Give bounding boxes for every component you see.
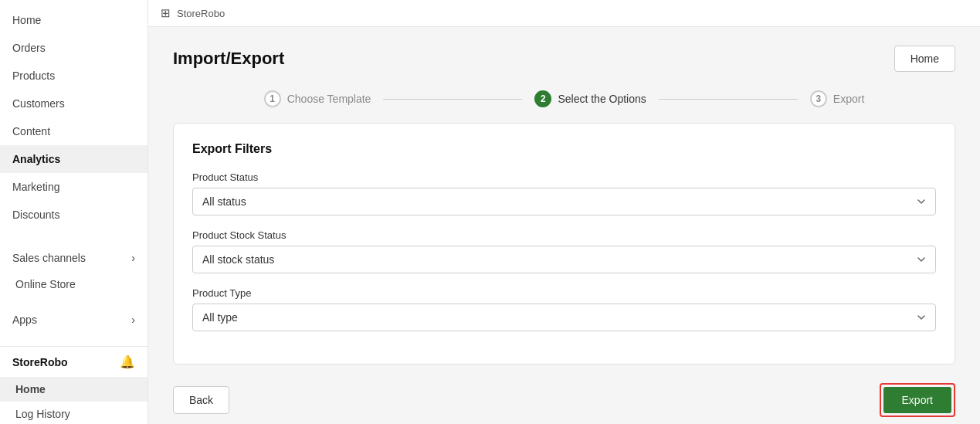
sidebar-item-online-store[interactable]: Online Store [0, 272, 148, 297]
sidebar-brand: StoreRobo 🔔 [0, 346, 148, 377]
home-button[interactable]: Home [894, 46, 955, 72]
page-title: Import/Export [173, 49, 284, 69]
export-filters-title: Export Filters [192, 142, 936, 156]
step-2-number: 2 [534, 90, 551, 107]
sidebar-sales-channels-label: Sales channels [12, 252, 86, 264]
export-button[interactable]: Export [883, 387, 951, 413]
sidebar-sales-channels[interactable]: Sales channels › [0, 244, 148, 272]
step-1-label: Choose Template [287, 93, 371, 105]
sidebar-apps-label: Apps [12, 314, 37, 326]
step-3: 3 Export [810, 90, 864, 107]
step-3-number: 3 [810, 90, 827, 107]
topbar-brand-name: StoreRobo [177, 8, 225, 19]
product-type-select[interactable]: All type Simple Variable [192, 304, 936, 331]
step-3-label: Export [833, 93, 864, 105]
sidebar-brand-label: StoreRobo [12, 356, 68, 368]
top-bar: ⊞ StoreRobo [148, 0, 980, 27]
steps-indicator: 1 Choose Template 2 Select the Options 3… [173, 90, 955, 107]
grid-icon: ⊞ [161, 6, 171, 20]
sidebar-item-customers[interactable]: Customers [0, 90, 148, 117]
product-status-select[interactable]: All status Active Draft Archived [192, 188, 936, 215]
step-1-number: 1 [264, 90, 281, 107]
export-button-highlight: Export [880, 383, 955, 417]
sidebar-item-marketing[interactable]: Marketing [0, 173, 148, 201]
content-area: Import/Export Home 1 Choose Template 2 S… [148, 27, 980, 424]
sidebar-item-storerobo-home[interactable]: Home [0, 377, 148, 402]
bell-icon[interactable]: 🔔 [120, 354, 135, 369]
product-stock-status-select[interactable]: All stock status In Stock Out of Stock [192, 246, 936, 273]
export-filters-card: Export Filters Product Status All status… [173, 123, 955, 365]
page-header: Import/Export Home [173, 46, 955, 72]
step-1: 1 Choose Template [264, 90, 371, 107]
sidebar-item-discounts[interactable]: Discounts [0, 201, 148, 229]
sidebar-item-analytics[interactable]: Analytics [0, 145, 148, 173]
step-2-label: Select the Options [558, 93, 646, 105]
step-connector-1 [383, 99, 522, 100]
product-type-field: Product Type All type Simple Variable [192, 287, 936, 331]
product-stock-status-label: Product Stock Status [192, 229, 936, 241]
product-status-field: Product Status All status Active Draft A… [192, 171, 936, 215]
sidebar: Home Orders Products Customers Content A… [0, 0, 148, 424]
chevron-right-icon-2: › [131, 314, 135, 326]
footer-actions: Back Export [173, 383, 955, 417]
sidebar-item-orders[interactable]: Orders [0, 34, 148, 62]
step-connector-2 [659, 99, 798, 100]
sidebar-item-log-history[interactable]: Log History [0, 402, 148, 424]
sidebar-item-products[interactable]: Products [0, 62, 148, 90]
main-area: ⊞ StoreRobo Import/Export Home 1 Choose … [148, 0, 980, 424]
product-stock-status-field: Product Stock Status All stock status In… [192, 229, 936, 273]
step-2: 2 Select the Options [534, 90, 646, 107]
sidebar-apps[interactable]: Apps › [0, 306, 148, 334]
product-status-label: Product Status [192, 171, 936, 183]
sidebar-item-home[interactable]: Home [0, 6, 148, 34]
sidebar-item-content[interactable]: Content [0, 117, 148, 145]
product-type-label: Product Type [192, 287, 936, 299]
chevron-right-icon: › [131, 252, 135, 264]
back-button[interactable]: Back [173, 386, 229, 414]
